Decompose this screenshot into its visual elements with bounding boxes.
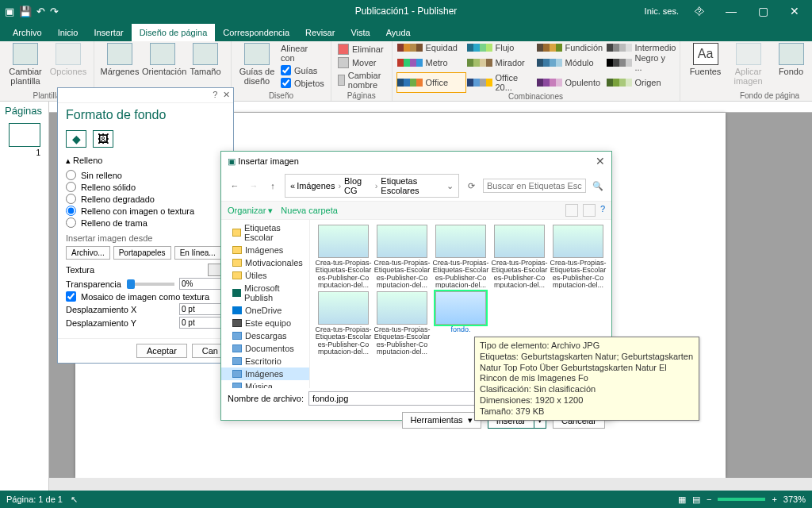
tree-item[interactable]: Imágenes (221, 244, 309, 256)
close-icon[interactable]: ✕ (783, 5, 806, 17)
color-scheme-office[interactable]: Office (397, 73, 465, 92)
color-scheme-intermedio[interactable]: Intermedio (607, 43, 675, 52)
tab-inicio[interactable]: Inicio (50, 24, 86, 41)
color-scheme-mirador[interactable]: Mirador (467, 53, 535, 72)
guides-button[interactable]: Guías de diseño (236, 43, 278, 86)
margins-button[interactable]: Márgenes (99, 43, 140, 76)
fill-solid-radio[interactable]: Relleno sólido (66, 181, 225, 193)
insert-file-button[interactable]: Archivo... (66, 246, 110, 260)
nav-fwd-icon[interactable]: → (247, 181, 261, 190)
breadcrumb[interactable]: « Imágenes› Blog CG› Etiquetas Escolares… (285, 174, 459, 198)
ribbon-options-icon[interactable]: ⯑ (688, 5, 710, 17)
tree-item[interactable]: Descargas (221, 329, 309, 342)
tools-menu[interactable]: Herramientas ▾ (402, 412, 481, 429)
tab-vista[interactable]: Vista (343, 24, 377, 41)
maximize-icon[interactable]: ▢ (752, 5, 774, 17)
page-thumbnail[interactable] (9, 123, 40, 147)
tab-diseno-pagina[interactable]: Diseño de página (132, 24, 216, 41)
color-scheme-flujo[interactable]: Flujo (467, 43, 535, 52)
insert-online-button[interactable]: En línea... (174, 246, 221, 260)
color-scheme-office 20...[interactable]: Office 20... (467, 73, 535, 92)
tab-insertar[interactable]: Insertar (86, 24, 131, 41)
fill-section-header[interactable]: ▴ Relleno (66, 154, 225, 169)
tree-item[interactable]: Útiles (221, 269, 309, 282)
nav-back-icon[interactable]: ← (228, 181, 242, 190)
tree-item[interactable]: Documentos (221, 342, 309, 355)
undo-icon[interactable]: ↶ (36, 6, 45, 17)
align-guides-check[interactable]: Guías (279, 64, 326, 76)
dialog-close-icon[interactable]: ✕ (596, 155, 605, 167)
search-input[interactable] (483, 179, 586, 193)
preview-pane-icon[interactable] (583, 204, 596, 217)
tree-item[interactable]: Música (221, 380, 309, 388)
zoom-level[interactable]: 373% (783, 495, 806, 504)
view-options-icon[interactable] (565, 204, 578, 217)
tree-item[interactable]: Etiquetas Escolar (221, 221, 309, 244)
move-page-button[interactable]: Mover (336, 56, 387, 69)
tab-correspondencia[interactable]: Correspondencia (215, 24, 297, 41)
horizontal-scrollbar[interactable] (49, 478, 812, 491)
tree-item[interactable]: Motivacionales (221, 256, 309, 269)
zoom-in-icon[interactable]: + (772, 495, 776, 504)
change-template-button[interactable]: Cambiar plantilla (5, 43, 46, 86)
transparency-slider[interactable] (127, 283, 174, 286)
color-scheme-equidad[interactable]: Equidad (397, 43, 465, 52)
mosaic-checkbox[interactable]: Mosaico de imagen como textura (66, 291, 225, 302)
align-objects-check[interactable]: Objetos (279, 77, 326, 89)
background-button[interactable]: Fondo (771, 43, 812, 76)
nav-up-icon[interactable]: ↑ (266, 181, 280, 190)
signin-link[interactable]: Inic. ses. (645, 6, 679, 16)
color-scheme-metro[interactable]: Metro (397, 53, 465, 72)
color-scheme-origen[interactable]: Origen (607, 73, 675, 92)
accept-button[interactable]: Aceptar (136, 344, 187, 358)
tree-item[interactable]: Imágenes (221, 368, 309, 380)
file-item[interactable]: Crea-tus-Propias-Etiquetas-Escolares-Pub… (491, 225, 548, 288)
tab-ayuda[interactable]: Ayuda (378, 24, 419, 41)
help-icon[interactable]: ? (600, 204, 605, 217)
color-scheme-negro y ...[interactable]: Negro y ... (607, 53, 675, 72)
tree-item[interactable]: Microsoft Publish (221, 282, 309, 304)
fonts-button[interactable]: AaFuentes (685, 43, 726, 76)
new-folder-button[interactable]: Nueva carpeta (281, 206, 338, 215)
tab-revisar[interactable]: Revisar (297, 24, 343, 41)
file-item[interactable]: Crea-tus-Propias-Etiquetas-Escolares-Pub… (550, 225, 607, 288)
insert-clipboard-button[interactable]: Portapapeles (113, 246, 171, 260)
delete-page-button[interactable]: Eliminar (336, 43, 387, 56)
file-item[interactable]: Crea-tus-Propias-Etiquetas-Escolares-Pub… (373, 291, 431, 355)
organize-menu[interactable]: Organizar ▾ (228, 206, 273, 216)
color-scheme-fundición[interactable]: Fundición (537, 43, 605, 52)
taskpane-close-icon[interactable]: ✕ (223, 90, 230, 101)
nav-tree[interactable]: Etiquetas EscolarImágenesMotivacionalesÚ… (221, 220, 310, 388)
fill-tab-icon[interactable]: ◆ (66, 130, 86, 148)
picture-tab-icon[interactable]: 🖼 (93, 130, 113, 148)
file-item[interactable]: Crea-tus-Propias-Etiquetas-Escolares-Pub… (373, 225, 431, 288)
refresh-icon[interactable]: ⟳ (464, 181, 478, 191)
file-item[interactable]: Crea-tus-Propias-Etiquetas-Escolares-Pub… (315, 291, 372, 355)
rename-page-button[interactable]: Cambiar nombre (336, 70, 387, 90)
save-icon[interactable]: 💾 (19, 6, 32, 17)
size-button[interactable]: Tamaño (185, 43, 226, 76)
minimize-icon[interactable]: — (720, 5, 742, 17)
view-icon-2[interactable]: ▤ (692, 495, 700, 505)
taskpane-help-icon[interactable]: ? (213, 90, 217, 101)
fill-none-radio[interactable]: Sin relleno (66, 169, 225, 181)
tree-item[interactable]: Este equipo (221, 317, 309, 329)
tree-item[interactable]: OneDrive (221, 304, 309, 317)
tree-item[interactable]: Escritorio (221, 355, 309, 368)
transparency-input[interactable] (179, 278, 225, 290)
file-item[interactable]: Crea-tus-Propias-Etiquetas-Escolares-Pub… (432, 225, 489, 288)
color-scheme-módulo[interactable]: Módulo (537, 53, 605, 72)
orientation-button[interactable]: Orientación (142, 43, 183, 76)
search-icon[interactable]: 🔍 (591, 181, 605, 191)
tab-archivo[interactable]: Archivo (5, 24, 50, 41)
offset-x-input[interactable] (179, 303, 225, 315)
color-scheme-gallery[interactable]: EquidadFlujoFundiciónIntermedioMetroMira… (397, 43, 675, 92)
fill-pattern-radio[interactable]: Relleno de trama (66, 217, 225, 229)
view-icon[interactable]: ▦ (678, 495, 686, 505)
color-scheme-opulento[interactable]: Opulento (537, 73, 605, 92)
redo-icon[interactable]: ↷ (50, 6, 59, 17)
zoom-out-icon[interactable]: − (707, 495, 711, 504)
zoom-slider[interactable] (718, 498, 765, 501)
fill-picture-radio[interactable]: Relleno con imagen o textura (66, 205, 225, 217)
file-item[interactable]: Crea-tus-Propias-Etiquetas-Escolares-Pub… (315, 225, 372, 288)
